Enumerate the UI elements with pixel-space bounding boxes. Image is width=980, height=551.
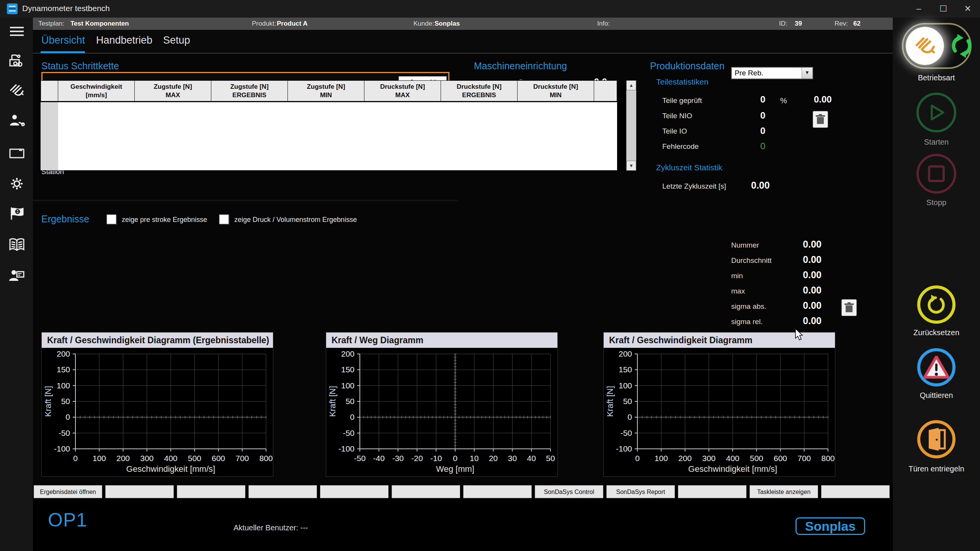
fehlercode-label: Fehlercode bbox=[662, 142, 699, 151]
settings-gear-icon[interactable] bbox=[8, 175, 25, 192]
table-body[interactable] bbox=[58, 102, 617, 170]
toolbar-button-empty[interactable] bbox=[105, 485, 174, 498]
svg-text:0: 0 bbox=[453, 454, 457, 463]
chart-title: Kraft / Weg Diagramm bbox=[326, 333, 557, 348]
svg-text:20: 20 bbox=[489, 454, 498, 463]
toolbar-button-empty[interactable] bbox=[177, 485, 245, 498]
table-column-header[interactable]: Geschwindigkeit[mm/s] bbox=[58, 80, 135, 101]
tab-handbetrieb[interactable]: Handbetrieb bbox=[96, 34, 152, 46]
table-scrollbar[interactable]: ▲ ▼ bbox=[626, 80, 636, 171]
result-type-dropdown[interactable]: Pre Reb. ▼ bbox=[731, 67, 813, 79]
hand-manual-icon[interactable] bbox=[8, 82, 25, 99]
zykluszeit-title: Zykluszeit Statistik bbox=[656, 163, 722, 172]
table-column-header[interactable]: Druckstufe [N]MAX bbox=[364, 80, 441, 101]
machine-icon[interactable] bbox=[8, 52, 25, 69]
druck-volumenstrom-checkbox[interactable] bbox=[219, 214, 229, 224]
maximize-button[interactable]: ☐ bbox=[931, 0, 956, 18]
station-id: OP1 bbox=[48, 509, 87, 531]
svg-text:-20: -20 bbox=[411, 454, 423, 463]
betriebsart-toggle[interactable] bbox=[902, 23, 972, 69]
zuruecksetzen-button[interactable] bbox=[917, 285, 956, 324]
table-column-header[interactable]: Zugstufe [N]MAX bbox=[135, 80, 211, 101]
reset-result-stats-trash-icon[interactable] bbox=[841, 299, 857, 316]
app-icon bbox=[7, 3, 18, 14]
svg-text:-10: -10 bbox=[430, 454, 442, 463]
table-column-header[interactable]: Zugstufe [N]ERGEBNIS bbox=[211, 80, 288, 101]
table-column-header[interactable]: Druckstufe [N]MIN bbox=[518, 80, 594, 101]
svg-text:100: 100 bbox=[57, 381, 70, 390]
kunde-value: Sonplas bbox=[434, 18, 460, 30]
svg-text:200: 200 bbox=[57, 349, 70, 358]
svg-text:50: 50 bbox=[61, 397, 70, 406]
svg-text:300: 300 bbox=[140, 454, 154, 463]
stop-square-icon bbox=[928, 165, 945, 182]
sonplas-logo: Sonplas bbox=[795, 517, 865, 535]
toolbar-button-ergebnisdatei-ffnen[interactable]: Ergebnisdatei öffnen bbox=[34, 485, 102, 498]
svg-text:800: 800 bbox=[259, 454, 273, 463]
svg-text:-100: -100 bbox=[338, 444, 354, 453]
toolbar-button-taskleiste-anzeigen[interactable]: Taskleiste anzeigen bbox=[750, 485, 818, 498]
table-column-header-empty bbox=[594, 80, 617, 101]
user-service-icon[interactable] bbox=[8, 112, 25, 129]
toolbar-button-empty[interactable] bbox=[320, 485, 389, 498]
toolbar-button-sondasys-control[interactable]: SonDaSys Control bbox=[535, 485, 603, 498]
column-header-line2: MAX bbox=[395, 91, 410, 99]
left-sidebar bbox=[0, 18, 33, 551]
svg-text:500: 500 bbox=[188, 454, 201, 463]
svg-text:0: 0 bbox=[627, 412, 632, 421]
svg-text:200: 200 bbox=[341, 349, 354, 358]
betriebsart-label: Betriebsart bbox=[893, 73, 980, 82]
stopp-button[interactable] bbox=[916, 154, 956, 194]
toolbar-button-empty[interactable] bbox=[678, 485, 746, 498]
teile-geprueft-label: Teile geprüft bbox=[662, 96, 702, 105]
svg-text:Geschwindigkeit [mm/s]: Geschwindigkeit [mm/s] bbox=[688, 464, 777, 474]
table-row-header-column bbox=[41, 102, 58, 170]
hamburger-menu-icon[interactable] bbox=[8, 23, 25, 40]
pre-stroke-checkbox[interactable] bbox=[106, 214, 116, 224]
user-login-icon[interactable] bbox=[8, 267, 25, 284]
chart-plot-area: 0100200300400500600700800-100-5005010015… bbox=[42, 348, 273, 478]
svg-text:700: 700 bbox=[797, 454, 811, 463]
results-table[interactable]: Geschwindigkeit[mm/s]Zugstufe [N]MAXZugs… bbox=[41, 80, 636, 171]
svg-text:Kraft [N]: Kraft [N] bbox=[43, 386, 53, 417]
column-header-line2: MIN bbox=[550, 91, 562, 99]
toolbar-button-sondasys-report[interactable]: SonDaSys Report bbox=[606, 485, 675, 498]
svg-text:-50: -50 bbox=[354, 454, 366, 463]
svg-text:Kraft [N]: Kraft [N] bbox=[605, 386, 615, 417]
toolbar-button-empty[interactable] bbox=[248, 485, 317, 498]
tueren-entriegeln-label: Türen entriegeln bbox=[893, 465, 980, 473]
minimize-button[interactable]: – bbox=[906, 0, 931, 18]
svg-text:Geschwindigkeit [mm/s]: Geschwindigkeit [mm/s] bbox=[126, 464, 215, 474]
scroll-down-icon[interactable]: ▼ bbox=[626, 161, 636, 171]
toolbar-button-empty[interactable] bbox=[821, 485, 890, 498]
table-column-header[interactable]: Druckstufe [N]ERGEBNIS bbox=[441, 80, 518, 101]
testplan-value: Test Komponenten bbox=[70, 18, 129, 30]
teile-io-label: Teile IO bbox=[662, 127, 687, 135]
stopp-label: Stopp bbox=[893, 198, 980, 207]
bottom-toolbar: Ergebnisdatei öffnenSonDaSys ControlSonD… bbox=[33, 485, 893, 499]
toolbar-button-empty[interactable] bbox=[463, 485, 532, 498]
starten-button[interactable] bbox=[916, 93, 956, 132]
manual-book-icon[interactable] bbox=[8, 236, 25, 253]
tueren-entriegeln-button[interactable] bbox=[917, 420, 956, 458]
table-column-header[interactable]: Zugstufe [N]MIN bbox=[288, 80, 364, 101]
tab-setup[interactable]: Setup bbox=[163, 34, 190, 46]
window-screen-icon[interactable] bbox=[8, 145, 25, 161]
manual-mode-hand-icon[interactable] bbox=[906, 27, 944, 65]
quittieren-button[interactable] bbox=[917, 348, 956, 386]
close-button[interactable]: ✕ bbox=[956, 0, 980, 18]
reset-statistics-trash-icon[interactable] bbox=[813, 111, 828, 128]
teile-nio-value: 0 bbox=[760, 110, 765, 121]
toolbar-button-empty[interactable] bbox=[392, 485, 460, 498]
chevron-down-icon[interactable]: ▼ bbox=[802, 68, 812, 78]
auto-mode-cycle-icon[interactable] bbox=[946, 31, 977, 61]
language-flag-icon[interactable] bbox=[8, 205, 25, 222]
panel-divider bbox=[33, 200, 458, 201]
svg-text:10: 10 bbox=[470, 454, 479, 463]
stat-row-value: 0.00 bbox=[779, 254, 822, 265]
scroll-up-icon[interactable]: ▲ bbox=[626, 80, 636, 90]
info-label: Info: bbox=[597, 18, 610, 30]
column-header-line2: [mm/s] bbox=[86, 91, 107, 99]
tab-uebersicht[interactable]: Übersicht bbox=[41, 34, 85, 46]
fehlercode-value: 0 bbox=[760, 141, 765, 152]
